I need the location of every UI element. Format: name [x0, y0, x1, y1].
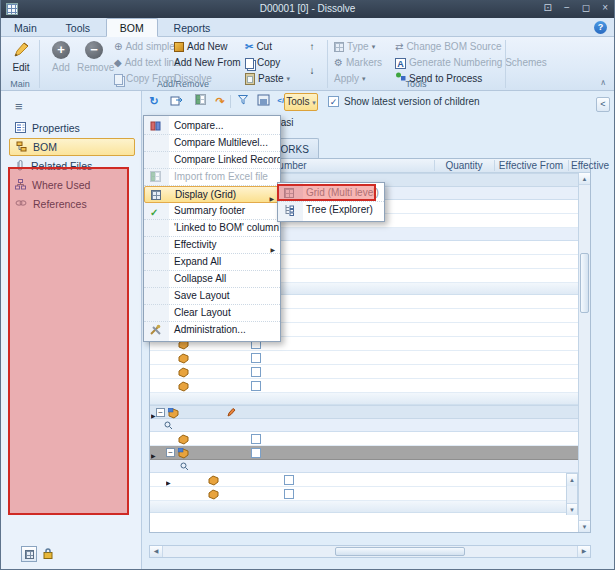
row-checkbox[interactable] — [284, 475, 294, 485]
lock-icon[interactable] — [43, 547, 53, 562]
collapse-node-icon[interactable]: − — [156, 408, 165, 417]
type-button[interactable]: Type▾ — [334, 39, 382, 55]
add-new-label: Add New — [187, 39, 228, 55]
remove-circle-icon: − — [84, 40, 104, 60]
add-button[interactable]: + Add — [44, 40, 78, 73]
move-up-button[interactable]: ↑ — [304, 39, 320, 55]
bom-row-2.2[interactable]: ▶− — [150, 446, 580, 460]
tab-main[interactable]: Main — [1, 19, 50, 38]
hamburger-icon[interactable]: ≡ — [15, 99, 23, 114]
scroll-up-icon[interactable]: ▲ — [567, 474, 577, 486]
menu-item-effectivity[interactable]: Effectivity▶ — [144, 237, 280, 254]
row-checkbox[interactable] — [284, 489, 294, 499]
add-text-line-button[interactable]: ◆Add text line — [114, 55, 180, 71]
bom-row-1.9[interactable] — [150, 379, 580, 393]
menu-item-compare-multilevel[interactable]: Compare Multilevel... — [144, 135, 280, 152]
menu-item-collapse-all[interactable]: Collapse All — [144, 271, 280, 288]
row-checkbox[interactable] — [251, 434, 261, 444]
column-header-effective-from[interactable]: Effective From — [496, 160, 566, 171]
sidebar-item-related-files[interactable]: Related Files — [9, 157, 135, 175]
submenu-item-tree-explorer[interactable]: Tree (Explorer) — [278, 202, 384, 219]
cut-button[interactable]: ✂Cut — [245, 39, 290, 55]
menu-item-expand-all[interactable]: Expand All — [144, 254, 280, 271]
scroll-up-icon[interactable]: ▲ — [579, 173, 590, 185]
scroll-down-icon[interactable]: ▼ — [579, 520, 590, 532]
bom-row-2.1[interactable] — [150, 432, 580, 446]
change-bom-source-button[interactable]: ⇄Change BOM Source — [395, 39, 547, 55]
menu-item-label: Administration... — [174, 324, 246, 335]
scroll-down-icon[interactable]: ▼ — [567, 503, 577, 515]
grid-band — [150, 393, 580, 405]
sidebar-item-references[interactable]: References — [9, 195, 135, 213]
remove-label: Remove — [77, 62, 114, 73]
menu-item-clear-layout[interactable]: Clear Layout — [144, 305, 280, 322]
subtable-header-row[interactable] — [150, 419, 580, 432]
generate-numbering-button[interactable]: AGenerate Numbering Schemes — [395, 55, 547, 71]
grid-vertical-scrollbar[interactable]: ▲ ▼ — [578, 173, 590, 532]
redo-icon[interactable]: ↷ — [212, 94, 228, 109]
collapse-panel-button[interactable]: < — [596, 97, 610, 112]
bom-row-1.7[interactable] — [150, 351, 580, 365]
sidebar-item-properties[interactable]: Properties — [9, 119, 135, 137]
bom-row-2[interactable]: ▶− — [150, 405, 580, 419]
close-button[interactable]: × — [602, 2, 608, 13]
menu-item-compare[interactable]: Compare... — [144, 118, 280, 135]
add-new-from-button[interactable]: Add New From — [174, 55, 241, 71]
collapse-ribbon-icon[interactable]: ∧ — [600, 78, 606, 87]
tab-tools[interactable]: Tools — [53, 19, 104, 38]
row-checkbox[interactable] — [251, 448, 261, 458]
add-simple-button[interactable]: ⊕Add simple — [114, 39, 180, 55]
bom-tree-icon — [16, 141, 27, 154]
menu-item-save-layout[interactable]: Save Layout — [144, 288, 280, 305]
tools-menu-button[interactable]: Tools ▾ — [284, 93, 318, 111]
row-checkbox[interactable] — [251, 367, 261, 377]
tab-reports[interactable]: Reports — [161, 19, 224, 38]
edit-button[interactable]: Edit — [4, 40, 38, 73]
grid-view-button[interactable] — [21, 546, 37, 562]
tab-bom[interactable]: BOM — [106, 18, 158, 37]
row-checkbox[interactable] — [251, 353, 261, 363]
refresh-icon[interactable]: ↻ — [146, 94, 162, 109]
menu-item-import-from-excel[interactable]: Import from Excel file — [144, 169, 280, 186]
collapse-node-icon[interactable]: − — [166, 448, 175, 457]
fullscreen-button[interactable]: ⊡ — [544, 2, 552, 13]
row-checkbox[interactable] — [251, 381, 261, 391]
submenu-item-label: Tree (Explorer) — [306, 204, 373, 215]
bom-row-2.2.2[interactable] — [150, 487, 580, 501]
column-header-effective-to[interactable]: Effective — [571, 160, 609, 171]
show-latest-checkbox[interactable]: ✓ — [328, 96, 339, 107]
menu-item-compare-linked-records[interactable]: Compare Linked Records... — [144, 152, 280, 169]
menu-item-linked-to-bom-column[interactable]: 'Linked to BOM' column — [144, 220, 280, 237]
bom-row-1.8[interactable] — [150, 365, 580, 379]
scrollbar-thumb[interactable] — [335, 547, 465, 556]
sidebar-item-where-used[interactable]: Where Used — [9, 176, 135, 194]
markers-button[interactable]: ⚙Markers — [334, 55, 382, 71]
move-down-button[interactable]: ↓ — [304, 63, 320, 79]
bom-row-2.2.1[interactable]: ▶ — [150, 473, 580, 487]
column-header-quantity[interactable]: Quantity — [436, 160, 492, 171]
menu-item-display-grid[interactable]: Display (Grid)▶ — [144, 186, 280, 203]
maximize-button[interactable]: ◻ — [582, 2, 590, 13]
menu-item-summary-footer[interactable]: ✓Summary footer — [144, 203, 280, 220]
add-new-button[interactable]: Add New — [174, 39, 241, 55]
minimize-button[interactable]: − — [564, 2, 570, 13]
scroll-right-icon[interactable]: ▶ — [577, 546, 590, 557]
grid-horizontal-scrollbar[interactable]: ◀ ▶ — [149, 545, 591, 558]
excel-export-icon[interactable] — [192, 94, 208, 109]
help-button[interactable]: ? — [594, 21, 607, 34]
remove-button[interactable]: − Remove — [77, 40, 111, 73]
menu-item-label: Expand All — [174, 256, 221, 267]
subtable-header-row[interactable] — [150, 460, 580, 473]
bottom-left-buttons — [21, 546, 53, 562]
copy-button[interactable]: Copy — [245, 55, 290, 71]
sidebar-item-bom[interactable]: BOM — [9, 138, 135, 156]
scroll-left-icon[interactable]: ◀ — [150, 546, 163, 557]
grid-icon — [25, 550, 34, 559]
submenu-item-grid-multi-level[interactable]: Grid (Multi level) — [278, 185, 384, 202]
open-window-icon[interactable] — [168, 94, 184, 109]
scrollbar-thumb[interactable] — [580, 253, 589, 313]
save-view-icon[interactable] — [255, 94, 271, 109]
menu-item-administration[interactable]: Administration... — [144, 322, 280, 339]
filter-icon[interactable] — [235, 94, 251, 109]
subtable-scrollbar[interactable]: ▲▼ — [566, 473, 578, 515]
